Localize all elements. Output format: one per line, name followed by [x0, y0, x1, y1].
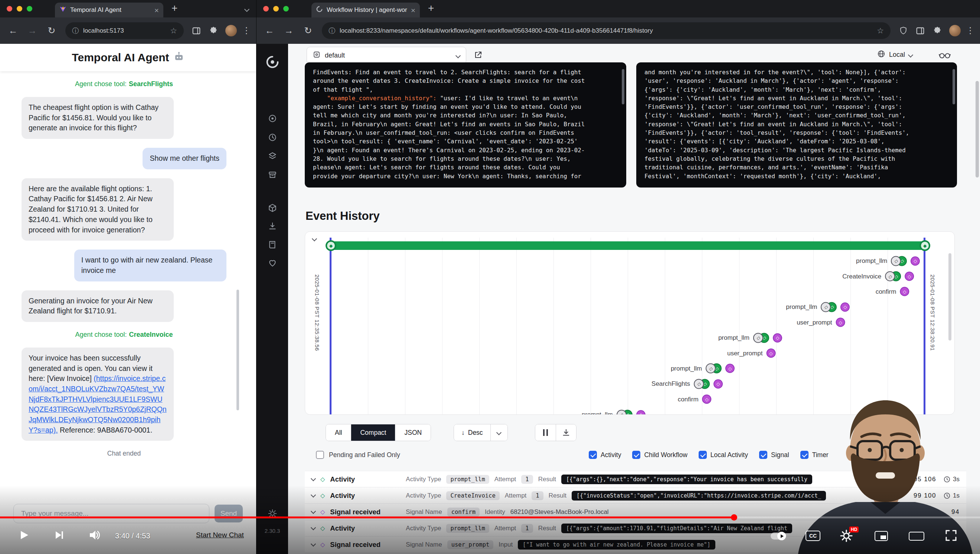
- workflow-input-panel[interactable]: FindEvents: Find an event to travel to 2…: [305, 62, 626, 188]
- invoice-link[interactable]: (https://invoice.stripe.com/i/acct_1NBOL…: [29, 374, 167, 434]
- new-tab-button[interactable]: +: [172, 2, 177, 14]
- next-video-button[interactable]: [53, 529, 65, 543]
- workflow-result-panel[interactable]: and month you're interested in for the e…: [636, 62, 957, 188]
- close-tab-icon[interactable]: ×: [411, 6, 415, 14]
- timeline-row[interactable]: user_prompt: [331, 345, 925, 361]
- expand-row-chevron-icon[interactable]: [311, 476, 316, 481]
- download-history-button[interactable]: [556, 424, 576, 441]
- window-controls[interactable]: [263, 6, 289, 11]
- page-scrollbar[interactable]: [975, 81, 979, 177]
- activity-marker-icon[interactable]: [617, 409, 633, 415]
- minimize-window-button[interactable]: [273, 6, 279, 11]
- new-tab-button[interactable]: +: [428, 2, 434, 14]
- tab-search-chevron-icon[interactable]: [245, 6, 249, 13]
- forward-button[interactable]: →: [280, 25, 298, 36]
- minimize-window-button[interactable]: [17, 6, 22, 11]
- import-icon[interactable]: [268, 221, 277, 232]
- timeline-row[interactable]: user_prompt: [331, 315, 925, 330]
- signal-marker-icon[interactable]: [766, 349, 775, 358]
- panel-scrollbar[interactable]: [953, 69, 955, 104]
- theater-mode-button[interactable]: [909, 532, 924, 541]
- signal-marker-icon[interactable]: [911, 256, 920, 266]
- signal-marker-icon[interactable]: [773, 333, 782, 342]
- codec-glasses-icon[interactable]: [939, 51, 951, 61]
- activity-marker-icon[interactable]: [885, 271, 901, 282]
- play-button[interactable]: [18, 529, 30, 543]
- autoplay-toggle[interactable]: [771, 532, 786, 540]
- player-progress-knob[interactable]: [731, 514, 737, 521]
- timeline-row[interactable]: prompt_llm: [331, 330, 925, 345]
- view-mode-tab[interactable]: JSON: [395, 424, 431, 441]
- event-payload-chip[interactable]: [{"args":{},"next":"done","response":"Yo…: [561, 474, 812, 484]
- browser-tab[interactable]: Workflow History | agent-wor ×: [312, 3, 420, 18]
- event-type-filter[interactable]: Child Workflow: [632, 451, 687, 459]
- timeline-scrollbar[interactable]: [948, 253, 951, 341]
- pending-failed-filter[interactable]: Pending and Failed Only: [316, 451, 400, 459]
- checkbox-checked[interactable]: [759, 451, 767, 459]
- feedback-heart-icon[interactable]: [268, 258, 277, 269]
- player-progress-bar[interactable]: [0, 516, 980, 518]
- bookmark-star-icon[interactable]: ☆: [170, 26, 177, 35]
- temporal-logo-icon[interactable]: [266, 55, 280, 70]
- activity-marker-icon[interactable]: [694, 379, 710, 389]
- send-button[interactable]: Send: [215, 505, 243, 522]
- profile-avatar[interactable]: [225, 25, 237, 37]
- signal-marker-icon[interactable]: [840, 302, 850, 312]
- address-bar[interactable]: ⓘ localhost:5173 ☆: [65, 22, 184, 39]
- timeline-row[interactable]: CreateInvoice: [331, 269, 925, 284]
- forward-button[interactable]: →: [24, 25, 41, 36]
- window-controls[interactable]: [7, 6, 32, 11]
- workflows-icon[interactable]: [268, 114, 277, 125]
- collapse-timeline-icon[interactable]: [312, 236, 317, 241]
- event-type-filter[interactable]: Activity: [589, 451, 621, 459]
- chat-scrollbar[interactable]: [237, 290, 239, 410]
- signal-marker-icon[interactable]: [636, 410, 646, 415]
- zoom-window-button[interactable]: [27, 6, 32, 11]
- signal-marker-icon[interactable]: [713, 379, 723, 388]
- zoom-window-button[interactable]: [283, 6, 289, 11]
- checkbox-checked[interactable]: [698, 451, 707, 459]
- browser-menu-icon[interactable]: ⋮: [965, 25, 975, 36]
- namespaces-icon[interactable]: [268, 151, 277, 162]
- event-type-filter[interactable]: Signal: [759, 451, 789, 459]
- namespace-select[interactable]: default: [307, 47, 466, 64]
- side-panel-icon[interactable]: [189, 25, 204, 36]
- side-panel-icon[interactable]: [913, 25, 928, 36]
- site-info-icon[interactable]: ⓘ: [72, 26, 79, 35]
- workflow-start-marker[interactable]: [326, 240, 336, 251]
- checkbox-checked[interactable]: [589, 451, 597, 459]
- close-window-button[interactable]: [263, 6, 269, 11]
- timeline-row[interactable]: prompt_llm: [331, 299, 925, 315]
- panel-scrollbar[interactable]: [622, 69, 624, 104]
- shield-icon[interactable]: [896, 26, 911, 35]
- captions-button[interactable]: CC: [805, 531, 820, 541]
- volume-button[interactable]: [88, 529, 101, 543]
- checkbox-unchecked[interactable]: [316, 451, 324, 459]
- archive-icon[interactable]: [268, 170, 277, 181]
- signal-marker-icon[interactable]: [702, 395, 712, 404]
- browser-tab[interactable]: Temporal AI Agent ×: [55, 3, 163, 18]
- nexus-icon[interactable]: [268, 203, 277, 214]
- close-tab-icon[interactable]: ×: [154, 6, 159, 14]
- expand-row-chevron-icon[interactable]: [311, 492, 316, 497]
- view-mode-tab[interactable]: All: [326, 424, 351, 441]
- site-info-icon[interactable]: ⓘ: [329, 26, 335, 35]
- activity-marker-icon[interactable]: [753, 333, 769, 343]
- cluster-select[interactable]: Local: [877, 50, 912, 60]
- fullscreen-button[interactable]: [945, 529, 957, 543]
- sort-dropdown-button[interactable]: [490, 424, 508, 441]
- chat-scroll-area[interactable]: Agent chose tool:SearchFlights The cheap…: [0, 71, 256, 502]
- miniplayer-button[interactable]: [875, 531, 888, 541]
- activity-marker-icon[interactable]: [706, 363, 722, 374]
- reload-button[interactable]: ↻: [43, 25, 60, 36]
- timeline-row[interactable]: confirm: [331, 284, 925, 299]
- workflow-duration-bar[interactable]: [331, 241, 925, 250]
- view-mode-tab[interactable]: Compact: [351, 424, 395, 441]
- pause-autorefresh-button[interactable]: [535, 424, 556, 441]
- activity-marker-icon[interactable]: [821, 302, 837, 312]
- back-button[interactable]: ←: [5, 25, 22, 36]
- activity-marker-icon[interactable]: [891, 256, 907, 266]
- close-window-button[interactable]: [7, 6, 12, 11]
- back-button[interactable]: ←: [261, 25, 278, 36]
- bookmark-star-icon[interactable]: ☆: [877, 26, 884, 35]
